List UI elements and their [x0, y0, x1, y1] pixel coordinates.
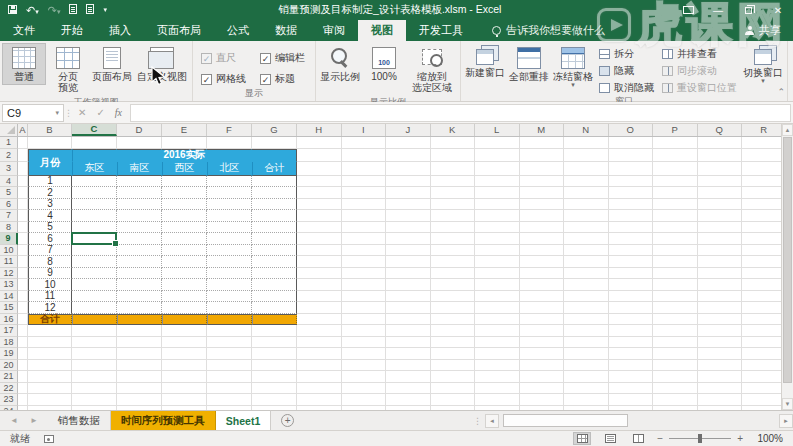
cell-G23[interactable]: [252, 394, 297, 406]
scroll-right-icon[interactable]: ►: [779, 414, 793, 428]
cell-H20[interactable]: [297, 360, 342, 372]
cell-R17[interactable]: [742, 325, 781, 337]
cell-Q23[interactable]: [698, 394, 743, 406]
cell-H15[interactable]: [297, 302, 342, 314]
cell-M8[interactable]: [520, 222, 565, 234]
cell-L6[interactable]: [475, 199, 520, 211]
name-box[interactable]: C9 ▾: [2, 104, 64, 122]
cell-K12[interactable]: [431, 268, 476, 280]
cell-E23[interactable]: [162, 394, 207, 406]
cell-P7[interactable]: [653, 210, 698, 222]
cell-M9[interactable]: [520, 233, 565, 245]
cell-J9[interactable]: [386, 233, 431, 245]
cell-P13[interactable]: [653, 279, 698, 291]
cell-B6[interactable]: 3: [28, 199, 72, 211]
cell-B23[interactable]: [28, 394, 72, 406]
cell-O7[interactable]: [609, 210, 654, 222]
hide-button[interactable]: 隐藏: [599, 64, 654, 78]
cell-L18[interactable]: [475, 337, 520, 349]
row-header-7[interactable]: 7: [0, 210, 18, 222]
cell-K9[interactable]: [431, 233, 476, 245]
cell-O5[interactable]: [609, 187, 654, 199]
cell-I4[interactable]: [342, 176, 387, 188]
cell-J6[interactable]: [386, 199, 431, 211]
column-header-A[interactable]: A: [18, 124, 28, 136]
cell-P4[interactable]: [653, 176, 698, 188]
cell-P11[interactable]: [653, 256, 698, 268]
cell-Q3[interactable]: [698, 162, 743, 176]
row-header-8[interactable]: 8: [0, 222, 18, 234]
cell-A23[interactable]: [18, 394, 28, 406]
cell-D3[interactable]: 南区: [117, 162, 162, 176]
cell-C10[interactable]: [72, 245, 117, 257]
cell-L15[interactable]: [475, 302, 520, 314]
column-header-B[interactable]: B: [28, 124, 72, 136]
cell-N9[interactable]: [564, 233, 609, 245]
cell-D14[interactable]: [117, 291, 162, 303]
cell-I19[interactable]: [342, 348, 387, 360]
cell-Q13[interactable]: [698, 279, 743, 291]
cell-A10[interactable]: [18, 245, 28, 257]
cell-K6[interactable]: [431, 199, 476, 211]
cell-B22[interactable]: [28, 383, 72, 395]
cell-E19[interactable]: [162, 348, 207, 360]
row-header-1[interactable]: 1: [0, 137, 18, 149]
zoom-level-label[interactable]: 100%: [753, 433, 783, 444]
cell-E20[interactable]: [162, 360, 207, 372]
cell-P2[interactable]: [653, 149, 698, 163]
cell-Q10[interactable]: [698, 245, 743, 257]
cell-N16[interactable]: [564, 314, 609, 326]
cell-F16[interactable]: [207, 314, 252, 326]
unhide-button[interactable]: 取消隐藏: [599, 81, 654, 95]
cell-R15[interactable]: [742, 302, 781, 314]
cell-L9[interactable]: [475, 233, 520, 245]
row-header-20[interactable]: 20: [0, 360, 18, 372]
cell-H19[interactable]: [297, 348, 342, 360]
cell-P14[interactable]: [653, 291, 698, 303]
normal-view-button[interactable]: 普通: [2, 43, 46, 85]
cell-E10[interactable]: [162, 245, 207, 257]
tab-formulas[interactable]: 公式: [214, 20, 262, 41]
cell-J18[interactable]: [386, 337, 431, 349]
zoom-in-icon[interactable]: +: [737, 433, 743, 444]
row-header-18[interactable]: 18: [0, 337, 18, 349]
cell-R2[interactable]: [742, 149, 781, 163]
cell-C13[interactable]: [72, 279, 117, 291]
cell-Q8[interactable]: [698, 222, 743, 234]
cell-P20[interactable]: [653, 360, 698, 372]
cell-F9[interactable]: [207, 233, 252, 245]
cell-R21[interactable]: [742, 371, 781, 383]
cell-K20[interactable]: [431, 360, 476, 372]
cell-I9[interactable]: [342, 233, 387, 245]
cell-B12[interactable]: 9: [28, 268, 72, 280]
cell-I16[interactable]: [342, 314, 387, 326]
cell-D8[interactable]: [117, 222, 162, 234]
zoom-100-button[interactable]: 100%: [362, 43, 406, 85]
cell-J13[interactable]: [386, 279, 431, 291]
zoom-out-icon[interactable]: −: [657, 433, 663, 444]
cell-K8[interactable]: [431, 222, 476, 234]
cell-B11[interactable]: 8: [28, 256, 72, 268]
collapse-ribbon-icon[interactable]: ⌃: [777, 87, 785, 97]
cell-I15[interactable]: [342, 302, 387, 314]
cell-K3[interactable]: [431, 162, 476, 176]
cell-F21[interactable]: [207, 371, 252, 383]
cell-Q21[interactable]: [698, 371, 743, 383]
cell-A6[interactable]: [18, 199, 28, 211]
insert-function-icon[interactable]: fx: [115, 107, 122, 118]
horizontal-scrollbar[interactable]: ◄ ►: [485, 411, 793, 430]
cell-L12[interactable]: [475, 268, 520, 280]
cell-E16[interactable]: [162, 314, 207, 326]
cell-M23[interactable]: [520, 394, 565, 406]
cell-A3[interactable]: [18, 162, 28, 176]
switch-windows-button[interactable]: 切换窗口 ▾: [741, 43, 785, 87]
cell-K14[interactable]: [431, 291, 476, 303]
cell-K1[interactable]: [431, 137, 476, 149]
cell-D6[interactable]: [117, 199, 162, 211]
cell-D23[interactable]: [117, 394, 162, 406]
cell-N23[interactable]: [564, 394, 609, 406]
restore-button[interactable]: [733, 0, 763, 20]
cell-J1[interactable]: [386, 137, 431, 149]
print-preview-icon[interactable]: [69, 4, 77, 16]
zoom-slider[interactable]: − +: [657, 433, 743, 444]
